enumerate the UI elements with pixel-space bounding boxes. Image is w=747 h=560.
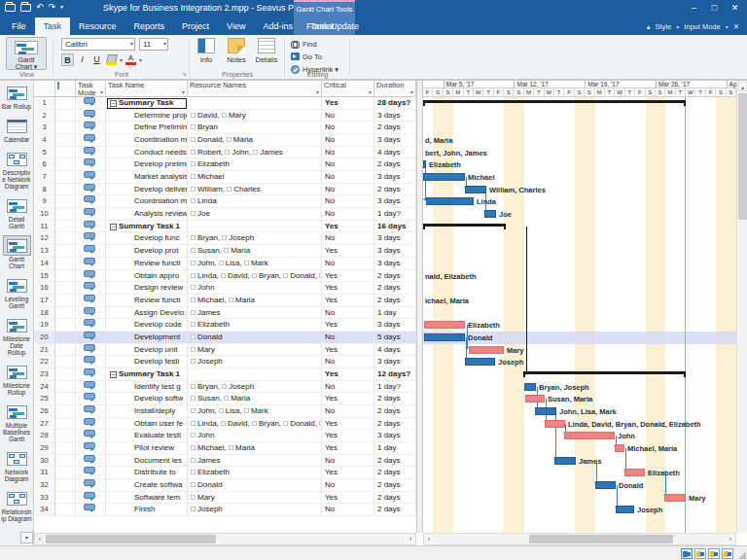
column-header-resource-names[interactable]: Resource Names▾ bbox=[188, 81, 322, 97]
task-name-cell[interactable]: Obtain appro bbox=[106, 270, 188, 283]
duration-cell[interactable]: 12 days? bbox=[374, 368, 416, 381]
task-name-cell[interactable]: Document les bbox=[106, 455, 188, 468]
critical-cell[interactable]: Yes bbox=[322, 393, 374, 405]
table-row[interactable]: 13Develop protSusan, MariaYes3 days bbox=[34, 245, 416, 258]
highlight-color-icon[interactable] bbox=[105, 53, 118, 66]
critical-task-bar[interactable] bbox=[525, 395, 545, 402]
gantt-chart-view-button[interactable]: GanttChart ▾ bbox=[6, 37, 47, 70]
resource-names-cell[interactable]: Joseph bbox=[188, 504, 322, 516]
task-name-cell[interactable]: Develop testi bbox=[106, 356, 188, 368]
sidebar-item-bar-rollup[interactable]: Bar Rollup bbox=[0, 81, 33, 114]
duration-cell[interactable]: 16 days bbox=[374, 221, 416, 233]
duration-cell[interactable]: 3 days bbox=[374, 171, 416, 184]
table-row[interactable]: 16Design reviewJohnYes2 days bbox=[34, 282, 416, 295]
task-bar[interactable] bbox=[423, 173, 465, 181]
critical-cell[interactable]: Yes bbox=[322, 221, 374, 233]
task-bar[interactable] bbox=[524, 383, 536, 391]
duration-cell[interactable]: 3 days bbox=[374, 245, 416, 258]
sidebar-item-network-diagram[interactable]: Network Diagram bbox=[0, 446, 33, 486]
vertical-scrollbar[interactable]: ▲ bbox=[736, 81, 747, 533]
maximize-button[interactable]: □ bbox=[704, 0, 725, 16]
table-row[interactable]: 30Document lesJamesNo2 days bbox=[34, 455, 416, 468]
pane-splitter[interactable] bbox=[416, 81, 423, 533]
resource-names-cell[interactable]: Bryan bbox=[188, 122, 322, 134]
table-row[interactable]: 21Develop unitMaryYes4 days bbox=[34, 344, 416, 357]
critical-cell[interactable]: No bbox=[322, 504, 374, 516]
task-name-cell[interactable]: Assign Develo bbox=[106, 307, 188, 320]
task-bar[interactable] bbox=[465, 186, 486, 193]
close-button[interactable]: ✕ bbox=[725, 0, 745, 16]
resource-names-cell[interactable]: Mary bbox=[188, 492, 322, 505]
table-row[interactable]: 23−Summary Task 1Yes12 days? bbox=[34, 368, 416, 381]
resource-names-cell[interactable]: John, Lisa, Mark bbox=[188, 258, 322, 270]
minimize-button[interactable]: – bbox=[684, 0, 704, 16]
critical-cell[interactable]: No bbox=[322, 258, 374, 270]
resource-names-cell[interactable] bbox=[188, 368, 322, 381]
tab-resource[interactable]: Resource bbox=[70, 18, 125, 35]
critical-cell[interactable]: Yes bbox=[322, 344, 374, 357]
find-button[interactable]: Find bbox=[291, 38, 317, 50]
tab-format[interactable]: Format bbox=[291, 18, 350, 35]
critical-cell[interactable]: Yes bbox=[322, 282, 374, 295]
style-button[interactable]: Style bbox=[655, 22, 671, 31]
row-number[interactable]: 8 bbox=[34, 184, 55, 196]
row-number[interactable]: 21 bbox=[34, 344, 55, 357]
resource-names-cell[interactable]: Donald, Maria bbox=[188, 134, 322, 147]
new-file-icon[interactable] bbox=[20, 4, 31, 12]
table-row[interactable]: 10Analysis reviewJoeNo1 day? bbox=[34, 208, 416, 221]
duration-cell[interactable]: 3 days bbox=[374, 258, 416, 270]
task-name-cell[interactable]: Review functi bbox=[106, 258, 188, 270]
row-number[interactable]: 19 bbox=[34, 319, 55, 332]
task-name-cell[interactable]: Conduct needs a bbox=[106, 147, 188, 159]
row-number[interactable]: 14 bbox=[34, 258, 55, 270]
font-size-combo[interactable]: 11▾ bbox=[139, 38, 168, 51]
table-row[interactable]: 34FinishJosephNo2 days bbox=[34, 504, 416, 516]
critical-task-bar[interactable] bbox=[624, 469, 645, 476]
row-number[interactable]: 17 bbox=[34, 295, 55, 307]
row-number[interactable]: 34 bbox=[34, 504, 55, 516]
critical-cell[interactable]: No bbox=[322, 134, 374, 147]
duration-cell[interactable]: 3 days bbox=[374, 319, 416, 332]
critical-cell[interactable]: Yes bbox=[322, 467, 374, 479]
task-name-cell[interactable]: Pilot review bbox=[106, 442, 188, 455]
duration-cell[interactable]: 1 day bbox=[374, 442, 416, 455]
task-usage-shortcut-icon[interactable] bbox=[694, 548, 706, 559]
table-row[interactable]: 12Develop funcBryan, JosephNo3 days bbox=[34, 232, 416, 245]
row-number[interactable]: 4 bbox=[34, 134, 55, 147]
row-number[interactable]: 10 bbox=[34, 208, 55, 221]
duration-cell[interactable]: 2 days bbox=[374, 122, 416, 134]
resource-names-cell[interactable]: Joe bbox=[188, 208, 322, 221]
critical-cell[interactable]: Yes bbox=[322, 319, 374, 332]
resource-names-cell[interactable] bbox=[188, 97, 322, 110]
summary-task-bar[interactable] bbox=[423, 224, 506, 227]
collapse-ribbon-icon[interactable]: ▴ bbox=[647, 22, 651, 31]
table-row[interactable]: 7Market analysisMichaelNo3 days bbox=[34, 171, 416, 184]
task-bar[interactable] bbox=[595, 481, 616, 489]
critical-task-bar[interactable] bbox=[545, 420, 565, 428]
sidebar-item-calendar[interactable]: Calendar bbox=[0, 114, 33, 147]
duration-cell[interactable]: 4 days bbox=[374, 147, 416, 159]
column-header-duration[interactable]: Duration▾ bbox=[374, 81, 416, 97]
font-color-icon[interactable]: A bbox=[124, 53, 137, 66]
resource-names-cell[interactable]: William, Charles bbox=[188, 184, 322, 196]
scroll-right-icon[interactable]: › bbox=[406, 534, 415, 544]
task-name-cell[interactable]: Market analysis bbox=[106, 171, 188, 184]
style-caret-icon[interactable]: ▾ bbox=[676, 23, 679, 30]
chart-horizontal-scrollbar[interactable]: ‹ › bbox=[423, 533, 736, 545]
gantt-chart-shortcut-icon[interactable] bbox=[681, 548, 693, 559]
font-dialog-launcher-icon[interactable]: ⇘ bbox=[182, 70, 187, 77]
table-row[interactable]: 20DevelopmentDonaldNo5 days bbox=[34, 332, 416, 344]
task-bar[interactable] bbox=[426, 197, 474, 205]
row-number[interactable]: 7 bbox=[34, 171, 55, 184]
table-scrollbar-thumb[interactable] bbox=[46, 535, 216, 543]
task-name-cell[interactable]: Coordination me bbox=[106, 134, 188, 147]
task-bar[interactable] bbox=[554, 457, 576, 465]
table-row[interactable]: 19Develop codeElizabethYes3 days bbox=[34, 319, 416, 332]
duration-cell[interactable]: 1 day? bbox=[374, 208, 416, 221]
duration-cell[interactable]: 4 days bbox=[374, 344, 416, 357]
duration-cell[interactable]: 1 day bbox=[374, 307, 416, 320]
resource-names-cell[interactable]: James bbox=[188, 455, 322, 468]
row-number[interactable]: 15 bbox=[34, 270, 55, 283]
critical-cell[interactable]: No bbox=[322, 184, 374, 196]
details-button[interactable]: Details bbox=[252, 38, 281, 64]
